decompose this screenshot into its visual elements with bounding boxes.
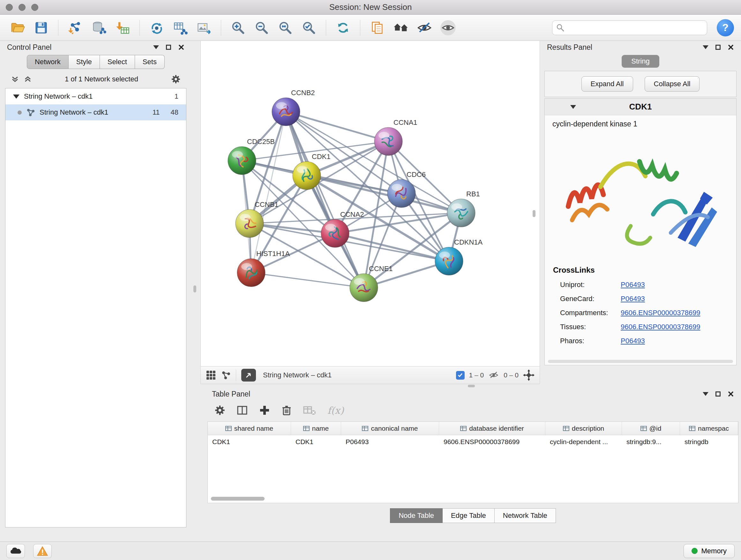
delete-table-icon[interactable] bbox=[303, 405, 316, 416]
function-builder-icon[interactable]: f(x) bbox=[327, 405, 344, 416]
svg-text:CCNE1: CCNE1 bbox=[369, 265, 393, 273]
results-tab-string[interactable]: String bbox=[622, 55, 659, 68]
table-row[interactable]: CDK1 CDK1 P06493 9606.ENSP00000378699 cy… bbox=[208, 435, 738, 449]
delete-column-icon[interactable] bbox=[281, 405, 292, 416]
column-header[interactable]: description bbox=[545, 422, 622, 435]
network-from-table-button[interactable] bbox=[170, 17, 191, 38]
table-panel-title: Table Panel bbox=[212, 390, 250, 398]
memory-label: Memory bbox=[701, 547, 727, 555]
table-panel-close-icon[interactable] bbox=[728, 391, 734, 397]
network-tree: String Network – cdk1 1 String Network –… bbox=[5, 88, 186, 527]
home-views-button[interactable] bbox=[390, 17, 411, 38]
crosslink-link[interactable]: P06493 bbox=[621, 295, 645, 303]
warnings-button[interactable] bbox=[33, 544, 52, 558]
window-minimize-button[interactable] bbox=[18, 4, 25, 11]
node-table[interactable]: shared name name canonical name database… bbox=[207, 422, 738, 503]
column-header[interactable]: @id bbox=[622, 422, 680, 435]
crosslink-link[interactable]: 9606.ENSP00000378699 bbox=[621, 309, 700, 317]
table-panel-float-icon[interactable] bbox=[716, 391, 721, 396]
network-graph[interactable]: CCNB2CCNA1CDC25BCDK1CDC6RB1CCNB1CCNA2CDK… bbox=[201, 41, 540, 366]
table-panel-menu-icon[interactable] bbox=[703, 392, 709, 396]
results-panel-menu-icon[interactable] bbox=[703, 45, 709, 49]
collapse-all-button[interactable]: Collapse All bbox=[645, 76, 700, 91]
tab-style[interactable]: Style bbox=[69, 55, 100, 69]
tab-network[interactable]: Network bbox=[27, 55, 69, 69]
table-tabs: Node Table Edge Table Network Table bbox=[207, 508, 738, 523]
results-scrollbar[interactable] bbox=[548, 360, 733, 363]
import-table-button[interactable] bbox=[112, 17, 133, 38]
crosslink-link[interactable]: P06493 bbox=[621, 281, 645, 289]
zoom-in-button[interactable] bbox=[227, 17, 249, 38]
gene-section-header[interactable]: CDK1 bbox=[545, 99, 736, 115]
control-panel-float-icon[interactable] bbox=[166, 45, 171, 50]
horizontal-splitter-handle[interactable] bbox=[468, 385, 475, 387]
table-gear-icon[interactable] bbox=[214, 405, 225, 416]
save-icon bbox=[34, 20, 49, 35]
network-arrows-icon bbox=[149, 20, 164, 36]
table-cell: CDK1 bbox=[291, 435, 341, 449]
show-columns-icon[interactable] bbox=[237, 405, 248, 416]
table-panel: Table Panel bbox=[207, 388, 738, 540]
hidden-eye-slash-icon[interactable] bbox=[488, 371, 499, 380]
gear-icon[interactable] bbox=[171, 74, 181, 84]
table-horizontal-scrollbar[interactable] bbox=[211, 497, 265, 501]
column-header[interactable]: namespac bbox=[680, 422, 738, 435]
cloud-status-button[interactable] bbox=[6, 544, 25, 558]
import-network-database-button[interactable] bbox=[88, 17, 110, 38]
status-bar: Memory bbox=[0, 542, 741, 560]
refresh-icon bbox=[335, 20, 351, 36]
right-splitter-handle[interactable] bbox=[533, 210, 536, 217]
tab-network-table[interactable]: Network Table bbox=[495, 508, 556, 523]
window-zoom-button[interactable] bbox=[31, 4, 38, 11]
window-close-button[interactable] bbox=[6, 4, 13, 11]
column-header[interactable]: canonical name bbox=[341, 422, 439, 435]
open-session-button[interactable] bbox=[7, 17, 28, 38]
gene-collapse-icon[interactable] bbox=[570, 105, 576, 109]
tab-node-table[interactable]: Node Table bbox=[390, 508, 443, 523]
grid-view-icon[interactable] bbox=[206, 370, 216, 380]
show-eye-button[interactable] bbox=[437, 17, 459, 38]
crosslink-link[interactable]: 9606.ENSP00000378699 bbox=[621, 323, 700, 331]
tab-sets[interactable]: Sets bbox=[135, 55, 165, 69]
copy-document-button[interactable] bbox=[367, 17, 388, 38]
column-header[interactable]: shared name bbox=[208, 422, 291, 435]
left-splitter-handle[interactable] bbox=[193, 286, 196, 293]
new-network-button[interactable] bbox=[146, 17, 167, 38]
search-input[interactable] bbox=[552, 20, 707, 35]
refresh-button[interactable] bbox=[333, 17, 354, 38]
toolbar-separator bbox=[360, 20, 360, 36]
results-panel-float-icon[interactable] bbox=[716, 45, 721, 50]
memory-button[interactable]: Memory bbox=[684, 544, 735, 558]
add-column-icon[interactable] bbox=[259, 405, 270, 416]
results-panel-close-icon[interactable] bbox=[728, 44, 734, 51]
zoom-out-button[interactable] bbox=[251, 17, 272, 38]
import-network-icon bbox=[68, 20, 83, 36]
control-panel-header: Control Panel bbox=[3, 41, 189, 54]
hide-toolbar-eye-button[interactable] bbox=[414, 17, 435, 38]
tab-select[interactable]: Select bbox=[100, 55, 135, 69]
import-network-file-button[interactable] bbox=[65, 17, 86, 38]
network-collection-row[interactable]: String Network – cdk1 1 bbox=[5, 88, 186, 105]
save-session-button[interactable] bbox=[30, 17, 52, 38]
crosslink-link[interactable]: P06493 bbox=[621, 337, 645, 345]
pan-crosshair-icon[interactable] bbox=[523, 369, 535, 381]
expand-all-chevron-icon[interactable] bbox=[23, 75, 32, 83]
selected-checkbox-icon[interactable] bbox=[456, 371, 465, 380]
control-panel-menu-icon[interactable] bbox=[153, 45, 159, 49]
help-button[interactable]: ? bbox=[717, 19, 734, 37]
detach-view-button[interactable] bbox=[241, 369, 256, 381]
column-header[interactable]: name bbox=[291, 422, 341, 435]
zoom-selected-button[interactable] bbox=[298, 17, 320, 38]
tree-expand-icon[interactable] bbox=[13, 95, 19, 99]
zoom-fit-button[interactable] bbox=[275, 17, 296, 38]
birdseye-share-icon[interactable] bbox=[221, 370, 231, 380]
export-image-button[interactable] bbox=[193, 17, 214, 38]
control-panel-close-icon[interactable] bbox=[178, 44, 185, 51]
tab-edge-table[interactable]: Edge Table bbox=[443, 508, 495, 523]
network-row-selected[interactable]: String Network – cdk1 11 48 bbox=[5, 105, 186, 120]
network-canvas[interactable]: CCNB2CCNA1CDC25BCDK1CDC6RB1CCNB1CCNA2CDK… bbox=[200, 41, 540, 366]
column-header[interactable]: database identifier bbox=[439, 422, 545, 435]
collapse-all-chevron-icon[interactable] bbox=[11, 75, 19, 83]
selected-node-edge-count: 1 – 0 bbox=[469, 371, 484, 379]
expand-all-button[interactable]: Expand All bbox=[582, 76, 633, 91]
